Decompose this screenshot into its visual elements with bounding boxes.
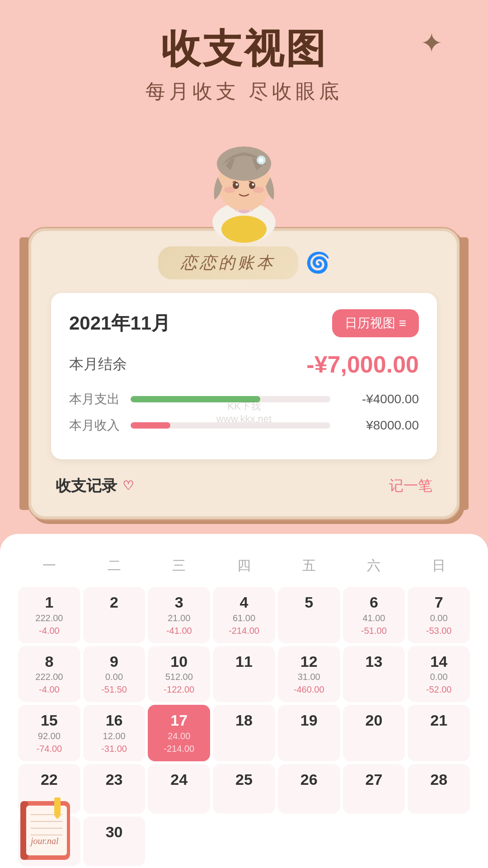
book-container: 恋恋的账本 🌀 2021年11月 日历视图 ≡ 本月结余 -¥7,000.00 … (27, 227, 461, 520)
calendar-day[interactable]: 26 (278, 764, 340, 814)
calendar-day[interactable]: 18 (213, 705, 275, 761)
calendar-day[interactable]: 140.00-52.00 (408, 646, 470, 703)
sun-icon: 🌀 (305, 251, 330, 274)
expense-bar (131, 396, 330, 402)
add-record-button[interactable]: 记一笔 (389, 476, 432, 496)
calendar-day[interactable]: 21 (408, 705, 470, 761)
calendar-day[interactable]: 20 (343, 705, 405, 761)
calendar-day[interactable]: 2 (83, 587, 145, 643)
calendar-day[interactable]: 90.00-51.50 (83, 646, 145, 703)
calendar-header: 日 (408, 552, 470, 584)
calendar-day[interactable]: 30 (83, 816, 145, 866)
calendar-day[interactable]: 5 (278, 587, 340, 643)
journal-book-icon: jour.nal Journal (14, 792, 77, 866)
calendar-day[interactable]: 25 (213, 764, 275, 814)
top-section: ✦ 收支视图 每月收支 尽收眼底 (0, 0, 488, 105)
summary-card: 2021年11月 日历视图 ≡ 本月结余 -¥7,000.00 KK下我 www… (51, 293, 437, 459)
calendar-header: 六 (343, 552, 405, 584)
svg-point-9 (236, 183, 238, 185)
card-header: 2021年11月 日历视图 ≡ (69, 309, 419, 337)
svg-point-1 (221, 216, 267, 243)
income-label: 本月收入 (69, 417, 123, 434)
calendar-day[interactable]: 10512.00-122.00 (148, 646, 210, 703)
calendar-day[interactable]: 27 (343, 764, 405, 814)
expense-label: 本月支出 (69, 391, 123, 408)
income-bar-fill (131, 422, 170, 429)
calendar-day[interactable]: 8222.00-4.00 (18, 646, 80, 703)
main-title: 收支视图 (0, 27, 488, 71)
expense-amount: -¥4000.00 (338, 392, 419, 406)
svg-point-6 (259, 158, 263, 162)
svg-text:jour.nal: jour.nal (29, 836, 59, 846)
app-title-banner: 恋恋的账本 🌀 (51, 246, 437, 279)
calendar-day[interactable]: 24 (148, 764, 210, 814)
balance-amount: -¥7,000.00 (306, 351, 419, 378)
calendar-day[interactable]: 23 (83, 764, 145, 814)
calendar-day[interactable]: 1612.00-31.00 (83, 705, 145, 761)
calendar-day[interactable]: 70.00-53.00 (408, 587, 470, 643)
calendar-day[interactable]: 641.00-51.00 (343, 587, 405, 643)
month-title: 2021年11月 (69, 311, 170, 336)
income-bar (131, 422, 330, 429)
calendar-header: 一 (18, 552, 80, 584)
svg-point-11 (224, 187, 235, 193)
calendar-day[interactable]: 28 (408, 764, 470, 814)
sparkle-icon: ✦ (420, 27, 443, 59)
calendar-grid: 一二三四五六日1222.00-4.002321.00-41.00461.00-2… (18, 552, 470, 866)
balance-label: 本月结余 (69, 354, 127, 374)
calendar-day[interactable]: 13 (343, 646, 405, 703)
calendar-section: jour.nal Journal 一二三四五六日1222.00-4.002321… (0, 534, 488, 868)
balance-row: 本月结余 -¥7,000.00 (69, 351, 419, 378)
book-spine-left (19, 237, 28, 510)
income-row: 本月收入 ¥8000.00 (69, 417, 419, 434)
sub-title: 每月收支 尽收眼底 (0, 78, 488, 105)
calendar-day[interactable]: 11 (213, 646, 275, 703)
expense-row: 本月支出 -¥4000.00 (69, 391, 419, 408)
records-section: 收支记录 ♡ 记一笔 (51, 476, 437, 496)
calendar-header: 三 (148, 552, 210, 584)
calendar-day[interactable]: 1724.00-214.00 (148, 705, 210, 761)
calendar-day[interactable]: 1592.00-74.00 (18, 705, 80, 761)
book-spine-right (460, 237, 469, 510)
records-label: 收支记录 ♡ (56, 476, 134, 496)
character-illustration (0, 118, 488, 245)
svg-point-12 (253, 187, 264, 193)
calendar-day[interactable]: 321.00-41.00 (148, 587, 210, 643)
calendar-day[interactable]: 19 (278, 705, 340, 761)
calendar-day[interactable]: 1222.00-4.00 (18, 587, 80, 643)
calendar-view-button[interactable]: 日历视图 ≡ (332, 309, 419, 337)
calendar-header: 四 (213, 552, 275, 584)
calendar-header: 五 (278, 552, 340, 584)
calendar-day[interactable]: 461.00-214.00 (213, 587, 275, 643)
calendar-day[interactable]: 1231.00-460.00 (278, 646, 340, 703)
app-title-text: 恋恋的账本 (158, 246, 298, 279)
expense-bar-fill (131, 396, 260, 402)
calendar-header: 二 (83, 552, 145, 584)
svg-point-10 (252, 183, 254, 185)
svg-rect-21 (54, 797, 61, 816)
heart-icon: ♡ (122, 478, 134, 493)
income-amount: ¥8000.00 (338, 418, 419, 433)
svg-rect-15 (26, 806, 67, 855)
